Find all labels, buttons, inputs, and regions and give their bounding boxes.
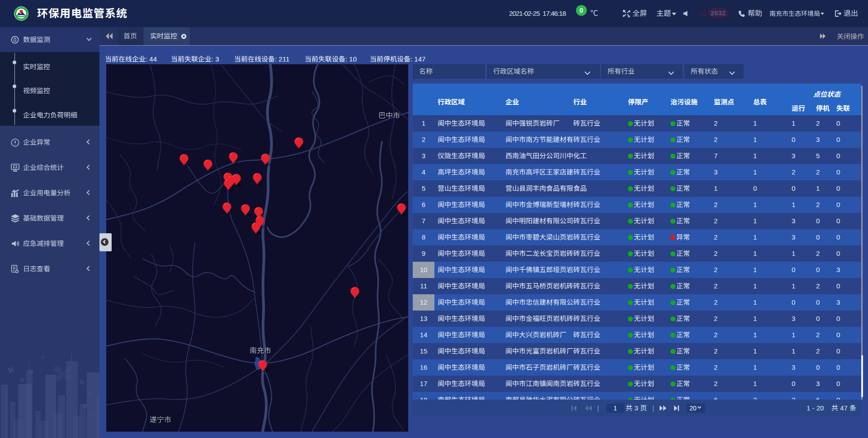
svg-text:南充市: 南充市	[250, 347, 271, 354]
svg-text:巴中市: 巴中市	[378, 112, 400, 119]
svg-text:遂宁市: 遂宁市	[150, 416, 171, 424]
